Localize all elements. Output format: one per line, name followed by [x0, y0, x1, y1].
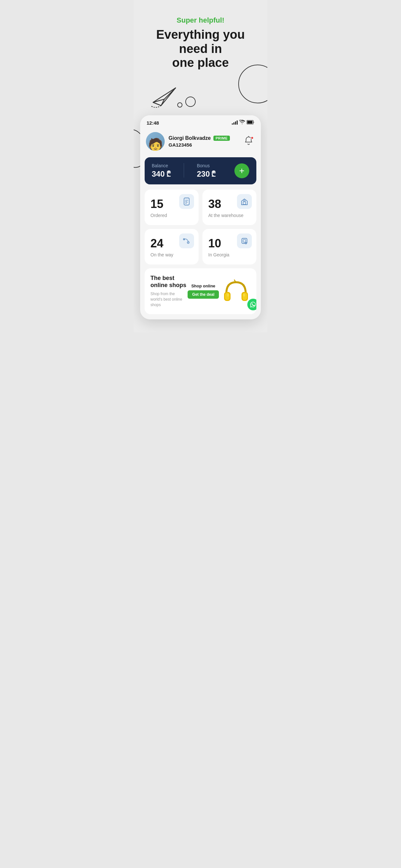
- headphones-image: [221, 277, 251, 305]
- phone-mockup: 12:48: [140, 115, 261, 319]
- avatar: 🧑: [146, 132, 165, 151]
- status-time: 12:48: [147, 120, 159, 126]
- add-funds-button[interactable]: +: [235, 163, 249, 178]
- profile-info: Giorgi Bolkvadze PRIME GA123456: [168, 135, 230, 148]
- promo-description: Shop from the world's best online shops: [150, 291, 188, 307]
- main-headline: Everything you need in one place: [143, 28, 258, 70]
- svg-rect-4: [243, 202, 246, 205]
- battery-icon: [247, 120, 254, 126]
- tagline: Super helpful!: [143, 16, 258, 25]
- profile-name-row: Giorgi Bolkvadze PRIME: [168, 135, 230, 141]
- notification-bell[interactable]: [242, 135, 255, 148]
- bonus-amount: 230 ₾: [197, 169, 216, 179]
- profile-id: GA123456: [168, 142, 230, 148]
- balance-card: Balance 340 ₾ Bonus 230 ₾ +: [145, 157, 256, 184]
- deco-circle-large: [185, 97, 196, 107]
- stat-card-ordered[interactable]: 15 Ordered: [145, 190, 198, 225]
- signal-bars-icon: [232, 121, 238, 125]
- bonus-label: Bonus: [197, 163, 216, 168]
- balance-divider: [184, 163, 184, 178]
- signal-bar-2: [234, 122, 235, 125]
- stat-card-on-the-way[interactable]: 24 On the way: [145, 229, 198, 265]
- balance-section: Balance 340 ₾ Bonus 230 ₾: [152, 163, 216, 179]
- promo-text-section: The best online shops Shop from the worl…: [150, 275, 188, 308]
- balance-amount: 340 ₾: [152, 169, 171, 179]
- promo-title: The best online shops: [150, 275, 188, 289]
- stat-card-in-georgia[interactable]: 10 In Georgia: [203, 229, 256, 265]
- on-the-way-icon-circle: [179, 234, 194, 248]
- notification-dot: [251, 136, 254, 140]
- paper-plane-icon: [150, 83, 179, 110]
- profile-section: 🧑 Giorgi Bolkvadze PRIME GA123456: [140, 128, 261, 155]
- stat-card-warehouse[interactable]: 38 At the warehouse: [203, 190, 256, 225]
- ordered-icon-circle: [179, 194, 194, 209]
- page-wrapper: Super helpful! Everything you need in on…: [134, 0, 267, 332]
- shop-online-section: Shop online Get the deal: [188, 283, 219, 299]
- svg-point-7: [188, 242, 189, 243]
- promo-card[interactable]: The best online shops Shop from the worl…: [145, 268, 256, 314]
- balance-label: Balance: [152, 163, 171, 168]
- status-icons: [232, 120, 254, 126]
- signal-bar-3: [235, 121, 236, 125]
- on-the-way-label: On the way: [150, 252, 193, 257]
- profile-name: Giorgi Bolkvadze: [168, 135, 211, 141]
- shop-online-label: Shop online: [188, 283, 219, 288]
- wifi-icon: [239, 120, 245, 126]
- status-bar: 12:48: [140, 115, 261, 128]
- in-georgia-icon-circle: [237, 234, 252, 248]
- warehouse-label: At the warehouse: [208, 213, 251, 218]
- svg-point-14: [227, 293, 229, 297]
- in-georgia-label: In Georgia: [208, 252, 251, 257]
- balance-item: Balance 340 ₾: [152, 163, 171, 179]
- bonus-item: Bonus 230 ₾: [197, 163, 216, 179]
- deco-circle-small: [177, 102, 182, 107]
- ordered-label: Ordered: [150, 213, 193, 218]
- signal-bar-4: [237, 120, 238, 125]
- profile-left: 🧑 Giorgi Bolkvadze PRIME GA123456: [146, 132, 230, 151]
- whatsapp-button[interactable]: [247, 299, 256, 310]
- signal-bar-1: [232, 123, 233, 125]
- warehouse-icon-circle: [237, 194, 252, 209]
- stats-grid: 15 Ordered 38 At the warehouse: [140, 190, 261, 268]
- get-deal-button[interactable]: Get the deal: [188, 290, 219, 299]
- svg-rect-1: [247, 121, 252, 124]
- prime-badge: PRIME: [213, 135, 230, 141]
- svg-point-15: [243, 293, 245, 297]
